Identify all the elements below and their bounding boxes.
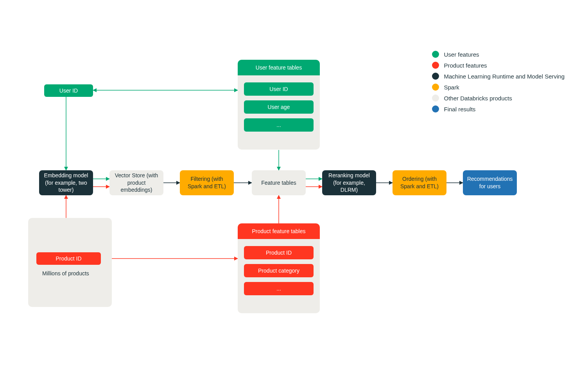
product-feature-row: Product ID — [244, 246, 314, 259]
legend-dot-navy — [432, 73, 439, 80]
node-label: Recommendations for users — [467, 175, 513, 190]
millions-label: Millions of products — [42, 270, 89, 277]
product-id-label: Product ID — [56, 255, 81, 262]
filtering-node: Filtering (with Spark and ETL) — [180, 170, 234, 195]
node-label: Ordering (with Spark and ETL) — [397, 175, 442, 190]
legend-dot-red — [432, 62, 439, 69]
legend-dot-gray — [432, 95, 439, 102]
legend: User features Product features Machine L… — [432, 51, 565, 116]
legend-label: User features — [444, 51, 479, 58]
reranking-model-node: Reranking model (for example, DLRM) — [322, 170, 376, 195]
legend-dot-amber — [432, 84, 439, 91]
legend-item-final-results: Final results — [432, 105, 565, 112]
legend-item-other-products: Other Databricks products — [432, 95, 565, 102]
user-feature-row: User age — [244, 100, 314, 114]
product-feature-tables-header: Product feature tables — [238, 223, 320, 239]
legend-item-product-features: Product features — [432, 62, 565, 69]
row-label: ... — [276, 122, 281, 128]
legend-dot-green — [432, 51, 439, 58]
row-label: User ID — [269, 86, 288, 92]
row-label: Product category — [258, 268, 299, 274]
node-label: Filtering (with Spark and ETL) — [185, 175, 229, 190]
embedding-model-node: Embedding model (for example, two tower) — [39, 170, 93, 195]
row-label: User age — [268, 104, 290, 110]
panel-title: User feature tables — [256, 64, 302, 71]
node-label: Embedding model (for example, two tower) — [44, 172, 88, 194]
feature-tables-node: Feature tables — [252, 170, 306, 195]
recommendations-node: Recommendations for users — [463, 170, 517, 195]
user-feature-row: User ID — [244, 82, 314, 96]
user-feature-row: ... — [244, 118, 314, 132]
ordering-node: Ordering (with Spark and ETL) — [393, 170, 446, 195]
product-id-node: Product ID — [36, 252, 101, 265]
legend-item-ml-runtime: Machine Learning Runtime and Model Servi… — [432, 73, 565, 80]
legend-dot-blue — [432, 105, 439, 112]
user-id-label: User ID — [59, 87, 78, 94]
legend-label: Product features — [444, 62, 487, 69]
user-feature-tables-panel: User feature tables User ID User age ... — [238, 60, 320, 150]
product-feature-tables-panel: Product feature tables Product ID Produc… — [238, 223, 320, 313]
legend-item-spark: Spark — [432, 84, 565, 91]
legend-label: Other Databricks products — [444, 95, 512, 102]
user-feature-tables-header: User feature tables — [238, 60, 320, 75]
product-feature-row: ... — [244, 282, 314, 295]
product-feature-row: Product category — [244, 264, 314, 277]
row-label: Product ID — [266, 250, 292, 256]
legend-item-user-features: User features — [432, 51, 565, 58]
node-label: Reranking model (for example, DLRM) — [327, 172, 371, 194]
vector-store-node: Vector Store (with product embeddings) — [109, 170, 163, 195]
legend-label: Machine Learning Runtime and Model Servi… — [444, 73, 565, 80]
legend-label: Spark — [444, 84, 459, 91]
node-label: Vector Store (with product embeddings) — [114, 172, 159, 194]
panel-title: Product feature tables — [252, 228, 306, 234]
legend-label: Final results — [444, 106, 475, 112]
row-label: ... — [276, 285, 281, 292]
node-label: Feature tables — [261, 179, 296, 187]
user-id-node: User ID — [44, 84, 93, 97]
